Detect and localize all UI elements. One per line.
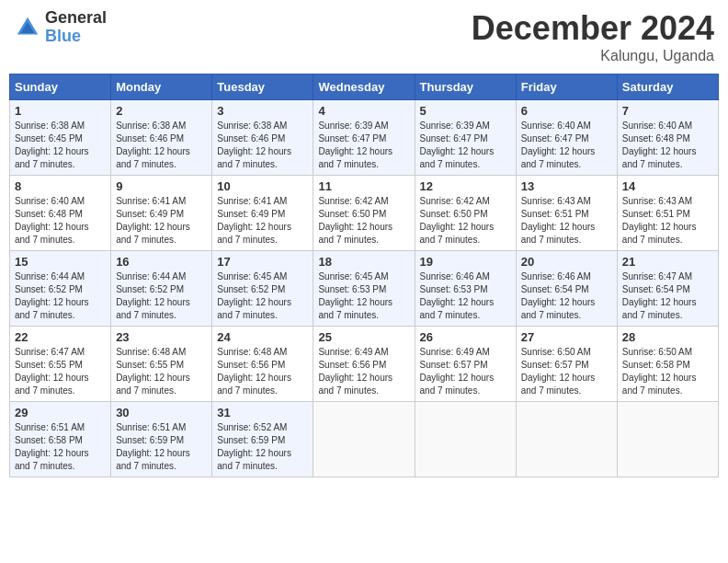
day-info: Sunrise: 6:52 AM Sunset: 6:59 PM Dayligh… xyxy=(217,421,308,473)
weekday-header-friday: Friday xyxy=(516,75,617,100)
calendar-cell: 2 Sunrise: 6:38 AM Sunset: 6:46 PM Dayli… xyxy=(111,100,212,176)
day-number: 2 xyxy=(116,104,207,118)
day-number: 27 xyxy=(521,330,612,344)
logo: General Blue xyxy=(14,9,107,46)
calendar-week-row: 8 Sunrise: 6:40 AM Sunset: 6:48 PM Dayli… xyxy=(10,176,719,251)
calendar-cell: 23 Sunrise: 6:48 AM Sunset: 6:55 PM Dayl… xyxy=(111,327,212,402)
day-number: 29 xyxy=(15,406,106,419)
calendar-cell: 21 Sunrise: 6:47 AM Sunset: 6:54 PM Dayl… xyxy=(617,251,718,327)
day-number: 28 xyxy=(622,330,713,344)
day-info: Sunrise: 6:47 AM Sunset: 6:55 PM Dayligh… xyxy=(15,346,106,397)
day-number: 25 xyxy=(318,330,409,344)
day-info: Sunrise: 6:42 AM Sunset: 6:50 PM Dayligh… xyxy=(318,195,409,247)
day-info: Sunrise: 6:41 AM Sunset: 6:49 PM Dayligh… xyxy=(116,195,207,247)
month-title: December 2024 xyxy=(472,9,714,48)
day-info: Sunrise: 6:48 AM Sunset: 6:55 PM Dayligh… xyxy=(116,346,207,397)
calendar-cell: 31 Sunrise: 6:52 AM Sunset: 6:59 PM Dayl… xyxy=(212,402,313,477)
calendar-cell: 3 Sunrise: 6:38 AM Sunset: 6:46 PM Dayli… xyxy=(212,100,313,176)
day-number: 23 xyxy=(116,330,207,344)
day-info: Sunrise: 6:45 AM Sunset: 6:52 PM Dayligh… xyxy=(217,270,308,322)
day-info: Sunrise: 6:48 AM Sunset: 6:56 PM Dayligh… xyxy=(217,346,308,397)
calendar-cell: 1 Sunrise: 6:38 AM Sunset: 6:45 PM Dayli… xyxy=(10,100,111,176)
day-info: Sunrise: 6:50 AM Sunset: 6:57 PM Dayligh… xyxy=(521,346,612,397)
calendar-week-row: 1 Sunrise: 6:38 AM Sunset: 6:45 PM Dayli… xyxy=(10,100,719,176)
day-info: Sunrise: 6:49 AM Sunset: 6:57 PM Dayligh… xyxy=(420,346,511,397)
calendar-cell: 8 Sunrise: 6:40 AM Sunset: 6:48 PM Dayli… xyxy=(10,176,111,251)
calendar-cell: 14 Sunrise: 6:43 AM Sunset: 6:51 PM Dayl… xyxy=(617,176,718,251)
weekday-header-tuesday: Tuesday xyxy=(212,75,313,100)
day-number: 18 xyxy=(318,255,409,269)
day-info: Sunrise: 6:39 AM Sunset: 6:47 PM Dayligh… xyxy=(420,120,511,171)
logo-general: General xyxy=(45,9,107,28)
day-info: Sunrise: 6:41 AM Sunset: 6:49 PM Dayligh… xyxy=(217,195,308,247)
calendar-week-row: 29 Sunrise: 6:51 AM Sunset: 6:58 PM Dayl… xyxy=(10,402,719,477)
calendar-cell: 16 Sunrise: 6:44 AM Sunset: 6:52 PM Dayl… xyxy=(111,251,212,327)
day-info: Sunrise: 6:38 AM Sunset: 6:46 PM Dayligh… xyxy=(217,120,308,171)
day-number: 6 xyxy=(521,104,612,118)
day-info: Sunrise: 6:44 AM Sunset: 6:52 PM Dayligh… xyxy=(116,270,207,322)
calendar-cell: 25 Sunrise: 6:49 AM Sunset: 6:56 PM Dayl… xyxy=(313,327,415,402)
page-header: General Blue December 2024 Kalungu, Ugan… xyxy=(9,9,719,64)
weekday-header-thursday: Thursday xyxy=(415,75,516,100)
calendar-cell: 18 Sunrise: 6:45 AM Sunset: 6:53 PM Dayl… xyxy=(313,251,415,327)
day-number: 21 xyxy=(622,255,713,269)
calendar-cell: 15 Sunrise: 6:44 AM Sunset: 6:52 PM Dayl… xyxy=(10,251,111,327)
logo-blue: Blue xyxy=(45,28,107,46)
logo-text: General Blue xyxy=(45,9,107,46)
day-number: 3 xyxy=(217,104,308,118)
calendar-cell xyxy=(313,402,415,477)
calendar-cell: 9 Sunrise: 6:41 AM Sunset: 6:49 PM Dayli… xyxy=(111,176,212,251)
day-number: 7 xyxy=(622,104,713,118)
day-info: Sunrise: 6:39 AM Sunset: 6:47 PM Dayligh… xyxy=(318,120,409,171)
calendar-cell xyxy=(617,402,718,477)
logo-icon xyxy=(14,14,41,41)
day-number: 10 xyxy=(217,179,308,193)
day-number: 26 xyxy=(420,330,511,344)
calendar-week-row: 15 Sunrise: 6:44 AM Sunset: 6:52 PM Dayl… xyxy=(10,251,719,327)
calendar-cell: 24 Sunrise: 6:48 AM Sunset: 6:56 PM Dayl… xyxy=(212,327,313,402)
day-info: Sunrise: 6:40 AM Sunset: 6:48 PM Dayligh… xyxy=(622,120,713,171)
day-info: Sunrise: 6:47 AM Sunset: 6:54 PM Dayligh… xyxy=(622,270,713,322)
calendar-cell: 11 Sunrise: 6:42 AM Sunset: 6:50 PM Dayl… xyxy=(313,176,415,251)
day-number: 31 xyxy=(217,406,308,419)
day-number: 8 xyxy=(15,179,106,193)
day-info: Sunrise: 6:40 AM Sunset: 6:47 PM Dayligh… xyxy=(521,120,612,171)
day-number: 22 xyxy=(15,330,106,344)
calendar-week-row: 22 Sunrise: 6:47 AM Sunset: 6:55 PM Dayl… xyxy=(10,327,719,402)
calendar-cell: 7 Sunrise: 6:40 AM Sunset: 6:48 PM Dayli… xyxy=(617,100,718,176)
calendar-cell: 13 Sunrise: 6:43 AM Sunset: 6:51 PM Dayl… xyxy=(516,176,617,251)
day-number: 20 xyxy=(521,255,612,269)
weekday-header-row: SundayMondayTuesdayWednesdayThursdayFrid… xyxy=(10,75,719,100)
day-number: 5 xyxy=(420,104,511,118)
calendar-cell: 6 Sunrise: 6:40 AM Sunset: 6:47 PM Dayli… xyxy=(516,100,617,176)
calendar-cell: 22 Sunrise: 6:47 AM Sunset: 6:55 PM Dayl… xyxy=(10,327,111,402)
calendar-cell: 4 Sunrise: 6:39 AM Sunset: 6:47 PM Dayli… xyxy=(313,100,415,176)
weekday-header-monday: Monday xyxy=(111,75,212,100)
day-info: Sunrise: 6:51 AM Sunset: 6:58 PM Dayligh… xyxy=(15,421,106,473)
weekday-header-wednesday: Wednesday xyxy=(313,75,415,100)
title-area: December 2024 Kalungu, Uganda xyxy=(472,9,714,64)
day-info: Sunrise: 6:46 AM Sunset: 6:53 PM Dayligh… xyxy=(420,270,511,322)
day-number: 12 xyxy=(420,179,511,193)
location: Kalungu, Uganda xyxy=(472,48,714,64)
day-info: Sunrise: 6:42 AM Sunset: 6:50 PM Dayligh… xyxy=(420,195,511,247)
day-info: Sunrise: 6:38 AM Sunset: 6:45 PM Dayligh… xyxy=(15,120,106,171)
calendar-cell: 29 Sunrise: 6:51 AM Sunset: 6:58 PM Dayl… xyxy=(10,402,111,477)
calendar-cell: 12 Sunrise: 6:42 AM Sunset: 6:50 PM Dayl… xyxy=(415,176,516,251)
calendar-cell: 26 Sunrise: 6:49 AM Sunset: 6:57 PM Dayl… xyxy=(415,327,516,402)
calendar-cell: 30 Sunrise: 6:51 AM Sunset: 6:59 PM Dayl… xyxy=(111,402,212,477)
day-number: 1 xyxy=(15,104,106,118)
day-info: Sunrise: 6:43 AM Sunset: 6:51 PM Dayligh… xyxy=(622,195,713,247)
calendar-cell: 20 Sunrise: 6:46 AM Sunset: 6:54 PM Dayl… xyxy=(516,251,617,327)
day-number: 11 xyxy=(318,179,409,193)
day-number: 17 xyxy=(217,255,308,269)
day-number: 19 xyxy=(420,255,511,269)
weekday-header-saturday: Saturday xyxy=(617,75,718,100)
day-number: 13 xyxy=(521,179,612,193)
day-number: 9 xyxy=(116,179,207,193)
calendar-cell: 28 Sunrise: 6:50 AM Sunset: 6:58 PM Dayl… xyxy=(617,327,718,402)
day-info: Sunrise: 6:50 AM Sunset: 6:58 PM Dayligh… xyxy=(622,346,713,397)
calendar-cell xyxy=(516,402,617,477)
day-info: Sunrise: 6:46 AM Sunset: 6:54 PM Dayligh… xyxy=(521,270,612,322)
calendar-cell: 5 Sunrise: 6:39 AM Sunset: 6:47 PM Dayli… xyxy=(415,100,516,176)
